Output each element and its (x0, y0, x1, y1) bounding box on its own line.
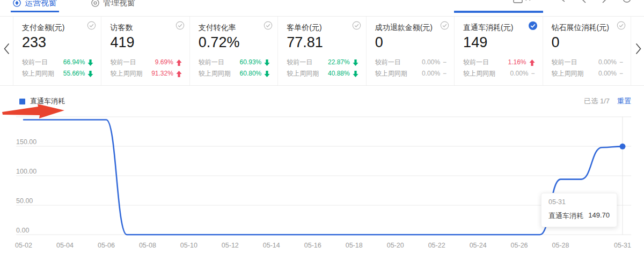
flat-dash-icon: − (531, 68, 535, 79)
comparison-label: 较上周同期 (22, 68, 54, 79)
card-title: 客单价(元) (287, 23, 358, 33)
comparison-row: 较上周同期60.80% (199, 68, 270, 79)
x-tick-label: 05-18 (346, 242, 363, 249)
card-comparison-rows: 较前一日60.93%较上周同期60.80% (199, 57, 270, 79)
up-arrow-icon (529, 59, 535, 66)
comparison-row: 较上周同期0.00%− (375, 68, 447, 79)
y-tick-label: 100.00 (16, 168, 36, 175)
down-arrow-icon (264, 59, 270, 66)
card-title: 成功退款金额(元) (375, 23, 447, 33)
comparison-label: 较上周同期 (375, 68, 407, 79)
chevron-right-icon (635, 43, 641, 55)
cards-next-button[interactable] (635, 43, 641, 57)
comparison-label: 较前一日 (375, 57, 401, 68)
comparison-row: 较上周同期0.00%− (552, 68, 623, 79)
comparison-row: 较前一日22.87% (287, 57, 358, 68)
flat-dash-icon: − (619, 68, 623, 79)
card-select-toggle[interactable] (175, 21, 185, 32)
card-select-toggle[interactable] (264, 21, 273, 32)
comparison-row: 较上周同期91.32% (110, 68, 181, 79)
operations-window-icon (13, 0, 21, 7)
metric-cards: 支付金额(元)233较前一日66.94%较上周同期55.66%访客数419较前一… (0, 16, 644, 86)
selection-group: 已选 1/7 重置 (584, 96, 631, 106)
chevron-left-icon[interactable] (580, 0, 587, 4)
comparison-value: 66.94% (63, 57, 94, 68)
card-comparison-rows: 较前一日0.00%−较上周同期0.00%− (552, 57, 623, 79)
card-value: 233 (22, 34, 93, 51)
y-tick-label: 50.00 (16, 197, 33, 205)
comparison-value: 60.93% (240, 57, 270, 68)
chevron-right-icon[interactable] (601, 0, 609, 4)
metric-card[interactable]: 客单价(元)77.81较前一日22.87%较上周同期40.88% (277, 17, 365, 85)
card-select-toggle[interactable] (528, 21, 538, 33)
comparison-value: 55.66% (63, 68, 94, 79)
comparison-value: 22.87% (328, 57, 358, 68)
reset-link[interactable]: 重置 (617, 96, 631, 106)
tab-management-label: 管理视窗 (103, 0, 135, 8)
card-select-toggle[interactable] (440, 21, 449, 32)
comparison-label: 较前一日 (463, 57, 489, 68)
up-arrow-icon (176, 59, 182, 66)
comparison-row: 较前一日0.00%− (375, 57, 447, 68)
x-tick-label: 05-31 (614, 242, 631, 249)
x-tick-label: 05-06 (98, 242, 115, 249)
card-title: 支付转化率 (199, 23, 270, 33)
data-point-marker[interactable] (620, 144, 626, 149)
comparison-value: 60.80% (240, 68, 270, 79)
chart-header: 直通车消耗 已选 1/7 重置 (19, 96, 631, 106)
y-tick-label: 150.00 (16, 138, 36, 146)
comparison-value: 1.16% (508, 57, 535, 68)
metric-card[interactable]: 钻石展位消耗(元)0较前一日0.00%−较上周同期0.00%− (543, 17, 631, 85)
comparison-row: 较上周同期40.88% (287, 68, 358, 79)
chart-tooltip: 05-31 直通车消耗 149.70 (541, 193, 617, 227)
x-tick-label: 05-12 (222, 242, 239, 249)
metric-card[interactable]: 访客数419较前一日9.69%较上周同期91.32% (101, 17, 189, 85)
flat-dash-icon: − (619, 57, 623, 68)
comparison-row: 较前一日9.69% (110, 57, 181, 68)
comparison-label: 较前一日 (22, 57, 48, 68)
cards-prev-button[interactable] (4, 43, 10, 57)
metric-card[interactable]: 支付转化率0.72%较前一日60.93%较上周同期60.80% (189, 17, 277, 85)
comparison-value: 0.00%− (422, 68, 447, 79)
comparison-value: 0.00%− (422, 57, 447, 68)
selected-check-icon (528, 21, 538, 31)
comparison-value: 0.00%− (598, 68, 623, 79)
metric-card[interactable]: 成功退款金额(元)0较前一日0.00%−较上周同期0.00%− (366, 17, 454, 85)
card-title: 访客数 (110, 23, 181, 33)
card-select-toggle[interactable] (352, 21, 361, 32)
series-line (24, 120, 623, 235)
card-select-toggle[interactable] (617, 21, 626, 32)
calendar-icon[interactable] (513, 0, 544, 5)
down-arrow-icon (87, 71, 93, 77)
card-value: 149 (463, 34, 535, 51)
card-value: 0 (552, 34, 623, 51)
comparison-row: 较前一日1.16% (463, 57, 535, 68)
down-arrow-icon (87, 59, 93, 66)
top-tab-bar: 运营视窗 管理视窗 (13, 0, 135, 12)
tab-management-window[interactable]: 管理视窗 (91, 0, 135, 11)
consumption-line-chart[interactable]: 0.0050.00100.00150.00200.0005-0205-0405-… (0, 113, 644, 257)
card-comparison-rows: 较前一日9.69%较上周同期91.32% (110, 57, 181, 79)
comparison-value: 91.32% (151, 68, 182, 79)
card-comparison-rows: 较前一日0.00%−较上周同期0.00%− (375, 57, 447, 79)
flat-dash-icon: − (443, 68, 447, 79)
metric-card[interactable]: 直通车消耗(元)149较前一日1.16%较上周同期0.00%− (454, 17, 542, 85)
tab-operations-window[interactable]: 运营视窗 (13, 0, 57, 11)
chevron-left-icon (4, 43, 10, 55)
tooltip-value: 149.70 (588, 211, 610, 221)
metric-cards-inner: 支付金额(元)233较前一日66.94%较上周同期55.66%访客数419较前一… (13, 17, 631, 85)
comparison-row: 较前一日66.94% (22, 57, 93, 68)
card-title: 支付金额(元) (22, 23, 93, 33)
y-tick-label: 0.00 (16, 227, 29, 234)
card-select-toggle[interactable] (87, 21, 96, 32)
unselected-check-icon (440, 21, 449, 30)
x-tick-label: 05-28 (552, 242, 569, 249)
metric-card[interactable]: 支付金额(元)233较前一日66.94%较上周同期55.66% (13, 17, 101, 85)
comparison-value: 0.00%− (510, 68, 535, 79)
comparison-label: 较上周同期 (110, 68, 142, 79)
card-value: 77.81 (287, 34, 358, 51)
help-icon[interactable] (623, 0, 631, 4)
chevron-down-icon[interactable] (558, 0, 566, 4)
unselected-check-icon (617, 21, 626, 30)
down-arrow-icon (264, 71, 270, 77)
